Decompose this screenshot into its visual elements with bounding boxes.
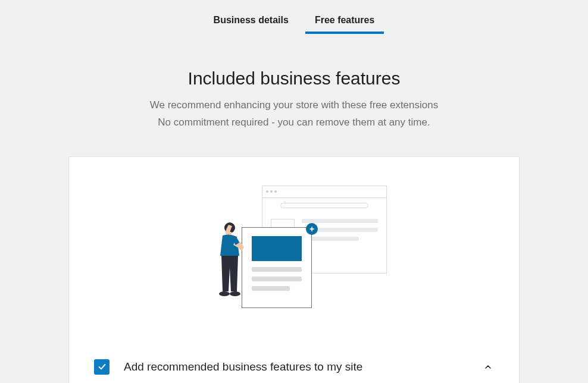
subtitle-line-2: No commitment required - you can remove … xyxy=(0,114,588,131)
check-icon xyxy=(97,362,107,372)
expand-toggle[interactable] xyxy=(482,361,494,373)
plus-badge-icon: + xyxy=(306,223,318,235)
illustration-container: + xyxy=(69,157,519,328)
tab-free-features[interactable]: Free features xyxy=(302,9,388,34)
add-features-row: Add recommended business features to my … xyxy=(69,328,519,383)
svg-point-3 xyxy=(230,291,240,296)
features-card: + xyxy=(68,156,520,383)
tabs-nav: Business details Free features xyxy=(0,0,588,34)
svg-point-2 xyxy=(219,291,230,296)
page-title: Included business features xyxy=(0,68,588,89)
person-icon xyxy=(206,221,248,310)
add-features-checkbox[interactable] xyxy=(94,359,110,375)
subtitle-line-1: We recommend enhancing your store with t… xyxy=(0,97,588,114)
header-section: Included business features We recommend … xyxy=(0,68,588,131)
page-subtitle: We recommend enhancing your store with t… xyxy=(0,97,588,131)
add-features-label[interactable]: Add recommended business features to my … xyxy=(124,360,468,373)
chevron-up-icon xyxy=(483,362,493,372)
product-card-icon xyxy=(242,227,312,308)
tab-business-details[interactable]: Business details xyxy=(201,9,302,34)
onboarding-illustration: + xyxy=(201,186,387,310)
